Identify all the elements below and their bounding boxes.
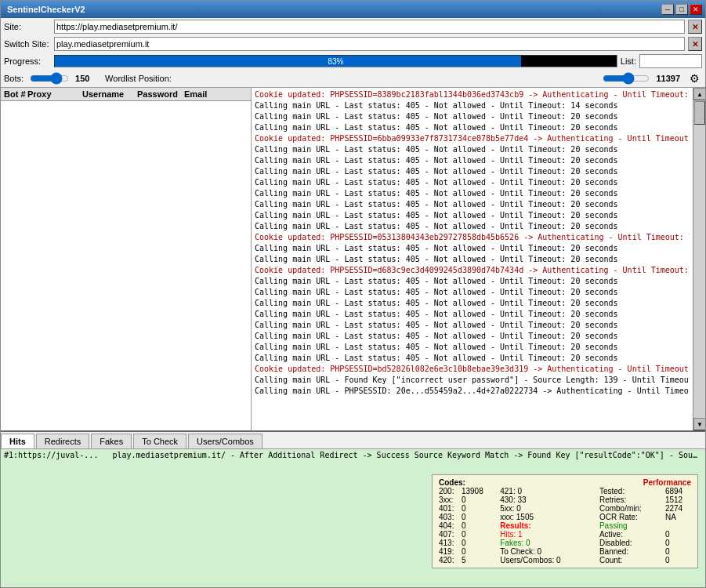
code-419-value: 0: [462, 547, 494, 556]
reply-line: Calling main URL - Last status: 405 - No…: [255, 210, 690, 221]
banned-value: 0: [665, 547, 691, 556]
minimize-button[interactable]: ─: [661, 4, 674, 15]
code-200-label: 200:: [439, 487, 462, 495]
perf-header: Performance: [643, 478, 691, 487]
reply-line: Calling main URL - Last status: 405 - No…: [255, 144, 690, 155]
list-input[interactable]: [639, 54, 702, 68]
scroll-up-button[interactable]: ▲: [693, 88, 705, 100]
reply-line: Cookie updated: PHPSESSID=bd52826l082e6e…: [255, 364, 690, 375]
maximize-button[interactable]: □: [675, 4, 688, 15]
tab-hits[interactable]: Hits: [1, 434, 34, 448]
bots-slider[interactable]: [30, 72, 69, 85]
progress-label: Progress:: [4, 56, 51, 66]
switch-site-label: Switch Site:: [4, 39, 51, 49]
reply-line: Calling main URL - Found Key ["incorrect…: [255, 375, 690, 386]
tested-label: Tested:: [593, 487, 665, 495]
hits-label: Hits: 1: [494, 530, 593, 539]
disabled-label: Disabled:: [593, 539, 665, 547]
count-label: Count:: [593, 556, 665, 564]
code-3xx-label: 3xx:: [439, 495, 462, 504]
window-controls: ─ □ ✕: [661, 4, 702, 15]
codes-header: Codes:: [439, 478, 465, 487]
combo-min-label: Combo/min:: [593, 504, 665, 513]
bot-table-panel: Bot # Proxy Username Password Email: [1, 88, 252, 430]
code-419-label: 419:: [439, 547, 462, 556]
code-xxx-label: xxx: 1505: [494, 513, 593, 521]
code-430-label: 430: 33: [494, 495, 593, 504]
code-3xx-value: 0: [462, 495, 494, 504]
list-label: List:: [621, 56, 636, 66]
tab-redirects[interactable]: Redirects: [36, 434, 89, 448]
bot-table-body: [1, 101, 251, 430]
site-row: Site: ✕: [1, 18, 705, 35]
window-title: SentinelCheckerV2: [4, 5, 85, 14]
fakes-label: Fakes: 0: [494, 539, 593, 547]
col-header-bot: Bot #: [4, 89, 27, 99]
code-420-label: 420:: [439, 556, 462, 564]
table-header: Bot # Proxy Username Password Email: [1, 88, 251, 101]
tab-fakes[interactable]: Fakes: [91, 434, 132, 448]
users-combos-stat-label: Users/Combos: 0: [494, 556, 593, 564]
reply-line: Calling main URL - Last status: 405 - No…: [255, 254, 690, 265]
reply-line: Calling main URL - Last status: 405 - No…: [255, 155, 690, 166]
scroll-track: [693, 100, 705, 418]
reply-line: Calling main URL - Last status: 405 - No…: [255, 243, 690, 254]
reply-line: Calling main URL - Last status: 405 - No…: [255, 221, 690, 232]
code-404-value: 0: [462, 521, 494, 530]
reply-area[interactable]: Cookie updated: PHPSESSID=8389bc2183fabl…: [252, 88, 693, 430]
site-input[interactable]: [54, 20, 685, 34]
reply-line: Calling main URL - Last status: 405 - No…: [255, 122, 690, 133]
ocr-rate-value: NA: [665, 513, 691, 521]
code-200-value: 13908: [462, 487, 494, 495]
results-label: Results:: [494, 521, 593, 530]
scroll-thumb[interactable]: [694, 101, 705, 125]
reply-line: Calling main URL - Last status: 405 - No…: [255, 331, 690, 342]
disabled-value: 0: [665, 539, 691, 547]
total-count: 11397: [656, 74, 680, 83]
combo-min-value: 2274: [665, 504, 691, 513]
code-420-value: 5: [462, 556, 494, 564]
code-421-label: 421: 0: [494, 487, 593, 495]
reply-line: Calling main URL - Last status: 405 - No…: [255, 100, 690, 111]
code-404-label: 404:: [439, 521, 462, 530]
passing-label: Passing: [593, 521, 691, 530]
site-label: Site:: [4, 22, 51, 31]
bots-row: Bots: 150 Wordlist Position: 11397 ⚙: [1, 70, 705, 87]
main-content: Bot # Proxy Username Password Email Cook…: [1, 87, 705, 430]
code-413-value: 0: [462, 539, 494, 547]
reply-line: Cookie updated: PHPSESSID=8389bc2183fabl…: [255, 89, 690, 100]
reply-line: Calling main URL - Last status: 405 - No…: [255, 111, 690, 122]
wordlist-slider[interactable]: [603, 72, 650, 85]
switch-site-clear-button[interactable]: ✕: [688, 37, 702, 51]
settings-icon-button[interactable]: ⚙: [686, 71, 702, 85]
reply-panel: Cookie updated: PHPSESSID=8389bc2183fabl…: [252, 88, 705, 430]
reply-line: Calling main URL - Last status: 405 - No…: [255, 353, 690, 364]
code-407-label: 407:: [439, 530, 462, 539]
col-header-username: Username: [82, 89, 137, 99]
active-label: Active:: [593, 530, 665, 539]
tab-to-check[interactable]: To Check: [133, 434, 186, 448]
progress-bar: 83%: [54, 55, 617, 67]
reply-line: Calling main URL - Last status: 405 - No…: [255, 166, 690, 177]
stats-panel: Codes: Performance 200: 13908 421: 0 Tes…: [432, 474, 698, 568]
site-clear-button[interactable]: ✕: [688, 20, 702, 34]
scroll-down-button[interactable]: ▼: [693, 418, 705, 430]
tab-users-combos[interactable]: Users/Combos: [188, 434, 262, 448]
reply-scrollbar[interactable]: ▲ ▼: [693, 88, 705, 430]
reply-line: Calling main URL - Last status: 405 - No…: [255, 342, 690, 353]
active-value: 0: [665, 530, 691, 539]
bots-slider-container: [30, 72, 69, 85]
switch-site-input[interactable]: [54, 37, 685, 51]
code-407-value: 0: [462, 530, 494, 539]
code-403-value: 0: [462, 513, 494, 521]
code-401-label: 401:: [439, 504, 462, 513]
reply-line: Cookie updated: PHPSESSID=d683c9ec3d4099…: [255, 265, 690, 276]
ocr-rate-label: OCR Rate:: [593, 513, 665, 521]
close-button[interactable]: ✕: [690, 4, 702, 15]
switch-site-row: Switch Site: ✕: [1, 35, 705, 53]
tabs-row: Hits Redirects Fakes To Check Users/Comb…: [1, 432, 705, 449]
reply-line: Calling main URL - PHPSESSID: 20e...d554…: [255, 386, 690, 397]
reply-line: Calling main URL - Last status: 405 - No…: [255, 188, 690, 199]
reply-line: Calling main URL - Last status: 405 - No…: [255, 309, 690, 320]
count-value: 0: [665, 556, 691, 564]
